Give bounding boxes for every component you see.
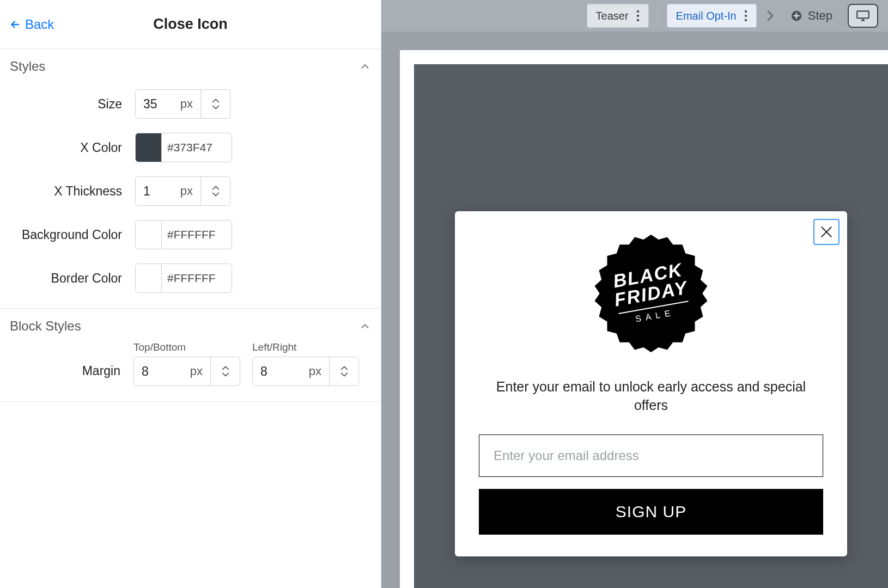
row-border-color: Border Color #FFFFFF — [10, 264, 371, 293]
signup-button[interactable]: SIGN UP — [479, 489, 823, 535]
margin-left-right-input[interactable]: 8 px — [252, 357, 359, 386]
svg-point-3 — [636, 19, 638, 21]
row-x-color: X Color #373F47 — [10, 133, 371, 162]
margin-top-bottom-input[interactable]: 8 px — [133, 357, 240, 386]
popup: BLACK FRIDAY SALE Enter your email to un… — [455, 211, 847, 556]
label-x-thickness: X Thickness — [10, 184, 135, 199]
x-thickness-unit: px — [180, 184, 200, 198]
label-margin: Margin — [10, 364, 133, 386]
x-color-input[interactable]: #373F47 — [135, 133, 232, 162]
canvas-frame: BLACK FRIDAY SALE Enter your email to un… — [381, 32, 888, 588]
chevron-right-icon — [765, 8, 775, 23]
margin-top-bottom-group: Top/Bottom 8 px — [133, 341, 240, 386]
label-size: Size — [10, 97, 135, 112]
size-unit: px — [180, 97, 200, 111]
black-friday-badge: BLACK FRIDAY SALE — [588, 231, 714, 356]
back-label: Back — [25, 17, 54, 32]
kebab-icon[interactable] — [636, 10, 640, 22]
panel-title: Close Icon — [153, 16, 228, 33]
step-email-optin-label: Email Opt-In — [676, 10, 737, 22]
step-teaser-button[interactable]: Teaser — [587, 4, 649, 28]
chevron-down-icon — [211, 105, 220, 110]
svg-rect-10 — [857, 11, 869, 18]
margin-tb-stepper[interactable] — [210, 357, 240, 385]
kebab-icon[interactable] — [744, 10, 747, 22]
margin-tb-unit: px — [190, 364, 210, 378]
label-x-color: X Color — [10, 140, 135, 155]
x-color-hex: #373F47 — [162, 133, 232, 162]
background-color-hex: #FFFFFF — [162, 220, 232, 249]
size-value: 35 — [136, 97, 180, 112]
section-block-styles-title: Block Styles — [10, 318, 81, 334]
chevron-up-icon — [340, 365, 349, 371]
section-styles-header[interactable]: Styles — [10, 59, 371, 74]
popup-description: Enter your email to unlock early access … — [479, 378, 823, 415]
size-stepper[interactable] — [200, 90, 230, 118]
x-color-swatch[interactable] — [136, 133, 162, 162]
svg-point-6 — [745, 19, 747, 21]
back-button[interactable]: Back — [0, 17, 54, 32]
margin-tb-value: 8 — [134, 364, 190, 379]
desktop-icon — [856, 10, 870, 22]
add-step-button[interactable]: Step — [784, 9, 839, 23]
toolbar-divider — [658, 6, 658, 26]
background-color-input[interactable]: #FFFFFF — [135, 220, 232, 249]
canvas-white-bg: BLACK FRIDAY SALE Enter your email to un… — [400, 50, 888, 588]
svg-point-5 — [745, 15, 747, 17]
row-margin: Margin Top/Bottom 8 px Left/Right — [10, 341, 371, 386]
svg-point-4 — [745, 10, 747, 13]
border-color-hex: #FFFFFF — [162, 264, 232, 292]
chevron-down-icon — [340, 372, 349, 377]
popup-close-button[interactable] — [813, 219, 840, 245]
section-block-styles: Block Styles Margin Top/Bottom 8 px — [0, 309, 381, 402]
label-margin-left-right: Left/Right — [252, 341, 359, 353]
canvas-overlay: BLACK FRIDAY SALE Enter your email to un… — [414, 64, 888, 588]
section-styles: Styles Size 35 px X Color #37 — [0, 49, 381, 309]
chevron-up-icon — [211, 185, 220, 191]
row-size: Size 35 px — [10, 89, 371, 119]
chevron-up-icon — [211, 98, 220, 103]
plus-circle-icon — [790, 10, 802, 22]
x-thickness-input[interactable]: 1 px — [135, 176, 230, 206]
editor-sidebar: Back Close Icon Styles Size 35 px — [0, 0, 381, 588]
chevron-up-icon — [221, 365, 230, 371]
add-step-label: Step — [808, 9, 832, 23]
margin-lr-stepper[interactable] — [329, 357, 358, 385]
margin-left-right-group: Left/Right 8 px — [252, 341, 359, 386]
label-border-color: Border Color — [10, 271, 135, 286]
device-preview-button[interactable] — [848, 4, 878, 28]
border-color-swatch[interactable] — [136, 264, 162, 292]
svg-point-1 — [636, 10, 638, 13]
chevron-down-icon — [211, 192, 220, 197]
step-teaser-label: Teaser — [596, 10, 629, 22]
label-margin-top-bottom: Top/Bottom — [133, 341, 240, 353]
x-thickness-value: 1 — [136, 184, 180, 199]
app-root: Back Close Icon Styles Size 35 px — [0, 0, 888, 588]
row-background-color: Background Color #FFFFFF — [10, 220, 371, 249]
margin-lr-unit: px — [309, 364, 329, 378]
x-thickness-stepper[interactable] — [200, 177, 230, 205]
background-color-swatch[interactable] — [136, 220, 162, 249]
row-x-thickness: X Thickness 1 px — [10, 176, 371, 206]
step-email-optin-button[interactable]: Email Opt-In — [667, 4, 757, 28]
badge-text: BLACK FRIDAY SALE — [579, 221, 723, 366]
border-color-input[interactable]: #FFFFFF — [135, 264, 232, 293]
section-styles-title: Styles — [10, 59, 45, 74]
chevron-down-icon — [221, 372, 230, 377]
label-background-color: Background Color — [10, 228, 135, 242]
chevron-up-icon — [359, 60, 371, 72]
margin-lr-value: 8 — [253, 364, 309, 379]
email-input[interactable]: Enter your email address — [479, 434, 823, 477]
size-input[interactable]: 35 px — [135, 89, 230, 119]
close-icon — [819, 225, 834, 239]
section-block-styles-header[interactable]: Block Styles — [10, 318, 371, 334]
preview-area: Teaser Email Opt-In Step — [381, 0, 888, 588]
arrow-left-icon — [8, 19, 20, 30]
chevron-up-icon — [359, 320, 371, 332]
sidebar-header: Back Close Icon — [0, 0, 381, 49]
top-toolbar: Teaser Email Opt-In Step — [381, 0, 888, 32]
svg-point-2 — [636, 15, 638, 17]
